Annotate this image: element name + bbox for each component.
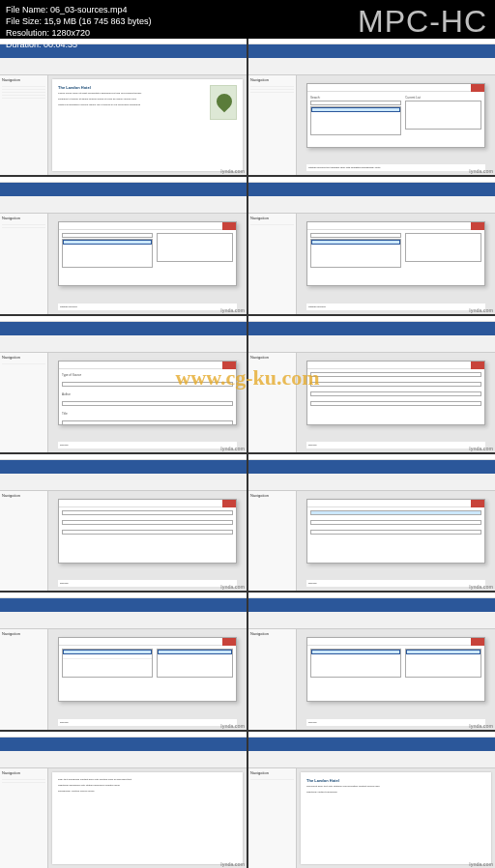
create-source-dialog bbox=[306, 499, 485, 564]
lynda-watermark: lynda.com bbox=[469, 307, 493, 313]
filename-value: 06_03-sources.mp4 bbox=[50, 5, 128, 14]
lynda-watermark: lynda.com bbox=[220, 446, 245, 451]
close-icon[interactable] bbox=[222, 222, 236, 230]
thumbnail-grid: Navigation The Landon Hotel Lorem ipsum … bbox=[0, 39, 495, 868]
master-list[interactable] bbox=[310, 106, 401, 135]
nav-item bbox=[2, 96, 45, 99]
search-input[interactable] bbox=[62, 233, 153, 238]
lynda-watermark: lynda.com bbox=[220, 861, 245, 867]
lynda-watermark: lynda.com bbox=[469, 584, 493, 590]
nav-title: Navigation bbox=[250, 77, 294, 82]
lynda-watermark: lynda.com bbox=[220, 584, 245, 590]
search-input[interactable] bbox=[310, 233, 401, 238]
document-page: The Landon Hotel Lorem ipsum dolor sit a… bbox=[52, 79, 243, 171]
duration-value: 00:04:35 bbox=[44, 40, 77, 49]
nav-title: Navigation bbox=[2, 493, 45, 498]
author-label: Author bbox=[62, 392, 233, 396]
nav-title: Navigation bbox=[250, 770, 294, 775]
search-label: Search: bbox=[310, 96, 401, 100]
document-image bbox=[210, 85, 237, 120]
close-icon[interactable] bbox=[471, 638, 484, 646]
close-icon[interactable] bbox=[471, 222, 484, 230]
create-source-dialog bbox=[58, 499, 237, 564]
lynda-watermark: lynda.com bbox=[469, 861, 493, 867]
nav-title: Navigation bbox=[2, 216, 45, 220]
preview-text: preview bbox=[306, 580, 485, 587]
preview-text: preview bbox=[58, 580, 237, 587]
filename-label: File Name: bbox=[6, 5, 48, 14]
lynda-watermark: lynda.com bbox=[220, 723, 245, 729]
source-manager-dialog bbox=[58, 637, 237, 702]
source-manager-dialog bbox=[58, 221, 237, 286]
nav-title: Navigation bbox=[250, 631, 294, 636]
nav-title: Navigation bbox=[250, 493, 294, 498]
doc-heading: The Landon Hotel bbox=[306, 778, 485, 783]
nav-title: Navigation bbox=[2, 770, 45, 775]
thumbnail-11[interactable]: Navigation body text paragraph content h… bbox=[0, 732, 247, 868]
preview-text: preview bbox=[58, 442, 237, 448]
create-source-dialog bbox=[306, 361, 485, 425]
author-input[interactable] bbox=[62, 401, 233, 406]
search-input[interactable] bbox=[310, 101, 401, 105]
thumbnail-1[interactable]: Navigation The Landon Hotel Lorem ipsum … bbox=[0, 39, 247, 175]
list-item[interactable] bbox=[311, 107, 400, 112]
thumbnail-3[interactable]: Navigation Citation preview lynda.com bbox=[0, 177, 247, 313]
title-label: Title bbox=[62, 412, 233, 416]
filesize-value: 15,9 MB (16 745 863 bytes) bbox=[44, 16, 152, 26]
field-input[interactable] bbox=[310, 520, 481, 525]
thumbnail-7[interactable]: Navigation preview lynda.com bbox=[0, 454, 247, 591]
field-input[interactable] bbox=[62, 510, 233, 515]
field-input-selected[interactable] bbox=[310, 510, 481, 515]
close-icon[interactable] bbox=[222, 500, 236, 507]
field-input[interactable] bbox=[62, 520, 233, 525]
preview-text: Citation preview text appears here with … bbox=[306, 164, 485, 171]
document-area: The Landon Hotel Lorem ipsum dolor sit a… bbox=[48, 75, 247, 175]
close-icon[interactable] bbox=[222, 638, 236, 646]
nav-title: Navigation bbox=[2, 355, 45, 360]
thumbnail-8[interactable]: Navigation preview lynda.com bbox=[248, 454, 495, 591]
field-input[interactable] bbox=[62, 530, 233, 535]
nav-title: Navigation bbox=[250, 216, 294, 220]
close-icon[interactable] bbox=[471, 362, 484, 369]
duration-label: Duration: bbox=[6, 40, 42, 49]
year-input[interactable] bbox=[310, 401, 481, 406]
lynda-watermark: lynda.com bbox=[469, 168, 493, 174]
source-manager-dialog bbox=[306, 637, 485, 702]
close-icon[interactable] bbox=[471, 500, 484, 507]
preview-text: preview bbox=[306, 719, 485, 726]
create-source-dialog: Type of Source Author Title bbox=[58, 361, 237, 425]
source-manager-dialog: Search: Current List bbox=[306, 83, 485, 148]
nav-title: Navigation bbox=[2, 77, 45, 82]
type-select[interactable] bbox=[310, 372, 481, 377]
thumbnail-12[interactable]: Navigation The Landon Hotel document bod… bbox=[248, 732, 495, 868]
thumbnail-10[interactable]: Navigation preview lynda.com bbox=[248, 593, 495, 729]
player-logo: MPC-HC bbox=[358, 4, 487, 40]
ribbon-toolbar bbox=[0, 58, 247, 75]
thumbnail-2[interactable]: Navigation Search: bbox=[248, 39, 495, 175]
title-input[interactable] bbox=[310, 391, 481, 396]
close-icon[interactable] bbox=[471, 84, 484, 92]
lynda-watermark: lynda.com bbox=[220, 307, 245, 313]
document-page: The Landon Hotel document body text with… bbox=[301, 772, 491, 864]
current-list[interactable] bbox=[405, 101, 481, 130]
preview-text: Citation preview bbox=[58, 304, 237, 310]
navigation-pane: Navigation bbox=[0, 75, 48, 175]
author-input[interactable] bbox=[310, 382, 481, 387]
title-input[interactable] bbox=[62, 420, 233, 425]
lynda-watermark: lynda.com bbox=[469, 723, 493, 729]
nav-title: Navigation bbox=[2, 631, 45, 636]
resolution-value: 1280x720 bbox=[52, 28, 91, 38]
thumbnail-5[interactable]: Navigation Type of Source Author Title p… bbox=[0, 316, 247, 452]
type-select[interactable] bbox=[62, 382, 233, 387]
close-icon[interactable] bbox=[222, 362, 236, 369]
lynda-watermark: lynda.com bbox=[220, 168, 245, 174]
filesize-label: File Size: bbox=[6, 16, 42, 26]
field-input[interactable] bbox=[310, 530, 481, 535]
file-info-overlay: File Name: 06_03-sources.mp4 File Size: … bbox=[6, 4, 152, 50]
thumbnail-9[interactable]: Navigation preview lynda.com bbox=[0, 593, 247, 729]
source-manager-dialog bbox=[306, 221, 485, 286]
resolution-label: Resolution: bbox=[6, 28, 49, 38]
nav-title: Navigation bbox=[250, 355, 294, 360]
thumbnail-6[interactable]: Navigation preview lynda.com bbox=[248, 316, 495, 452]
thumbnail-4[interactable]: Navigation Citation preview lynda.com bbox=[248, 177, 495, 313]
